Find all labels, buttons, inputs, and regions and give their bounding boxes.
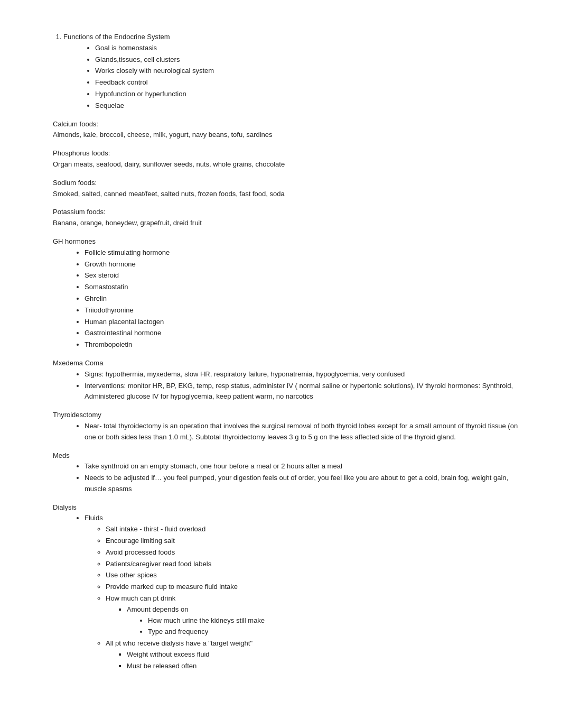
- list-item: Growth hormone: [85, 259, 519, 270]
- dialysis-section: Dialysis Fluids Salt intake - thirst - f…: [53, 502, 519, 672]
- gh-label: GH hormones: [53, 236, 519, 247]
- meds-section: Meds Take synthroid on an empty stomach,…: [53, 450, 519, 495]
- mxedema-label: Mxedema Coma: [53, 358, 519, 369]
- dialysis-label: Dialysis: [53, 502, 519, 513]
- sodium-label: Sodium foods:: [53, 178, 519, 189]
- section1-title: Functions of the Endocrine System: [63, 33, 170, 41]
- amount-sub-1: How much urine the kidneys still make: [148, 615, 519, 626]
- list-item: Feedback control: [95, 77, 519, 88]
- meds-bullets: Take synthroid on an empty stomach, one …: [85, 461, 519, 494]
- fluids-item-5: Use other spices: [106, 570, 519, 581]
- list-item: Triiodothyronine: [85, 305, 519, 316]
- fluids-sub-bullets: Salt intake - thirst - fluid overload En…: [106, 524, 519, 671]
- phosphorus-label: Phosphorus foods:: [53, 148, 519, 159]
- phosphorus-section: Phosphorus foods: Organ meats, seafood, …: [53, 148, 519, 170]
- meds-item-2: Needs to be adjusted if… you feel pumped…: [85, 473, 519, 495]
- section1-bullets: Goal is homeostasis Glands,tissues, cell…: [95, 43, 519, 112]
- list-item: Glands,tissues, cell clusters: [95, 54, 519, 66]
- mxedema-section: Mxedema Coma Signs: hypothermia, myxedem…: [53, 358, 519, 402]
- thyroidesctomy-item: Near- total thyroidectomy is an operatio…: [85, 421, 519, 443]
- fluids-item-6: Provide marked cup to measure fluid inta…: [106, 582, 519, 593]
- fluids-item-2: Encourage limiting salt: [106, 536, 519, 547]
- gh-bullets: Follicle stimulating hormone Growth horm…: [85, 247, 519, 351]
- target-weight-item: All pt who receive dialysis have a "targ…: [106, 638, 519, 671]
- target-weight-sub-1: Weight without excess fluid: [127, 649, 519, 660]
- target-weight-bullets: Weight without excess fluid Must be rele…: [127, 649, 519, 672]
- mxedema-signs: Signs: hypothermia, myxedema, slow HR, r…: [85, 369, 519, 380]
- potassium-content: Banana, orange, honeydew, grapefruit, dr…: [53, 218, 519, 229]
- list-item: Somastostatin: [85, 282, 519, 293]
- dialysis-bullets: Fluids Salt intake - thirst - fluid over…: [85, 513, 519, 671]
- potassium-section: Potassium foods: Banana, orange, honeyde…: [53, 207, 519, 229]
- list-item: Follicle stimulating hormone: [85, 247, 519, 259]
- meds-item-1: Take synthroid on an empty stomach, one …: [85, 461, 519, 472]
- amount-item: Amount depends on How much urine the kid…: [127, 604, 519, 638]
- calcium-section: Calcium foods: Almonds, kale, broccoli, …: [53, 119, 519, 141]
- list-item: Human placental lactogen: [85, 317, 519, 328]
- thyroidesctomy-bullets: Near- total thyroidectomy is an operatio…: [85, 421, 519, 443]
- fluids-item-3: Avoid processed foods: [106, 547, 519, 558]
- mxedema-interventions: Interventions: monitor HR, BP, EKG, temp…: [85, 381, 519, 403]
- calcium-label: Calcium foods:: [53, 119, 519, 130]
- list-item: Thrombopoietin: [85, 339, 519, 351]
- fluids-item-1: Salt intake - thirst - fluid overload: [106, 524, 519, 535]
- amount-sub-bullets: How much urine the kidneys still make Ty…: [148, 615, 519, 638]
- fluids-item-4: Patients/caregiver read food labels: [106, 559, 519, 570]
- dialysis-fluids: Fluids Salt intake - thirst - fluid over…: [85, 513, 519, 671]
- sodium-section: Sodium foods: Smoked, salted, canned mea…: [53, 178, 519, 200]
- list-item: Works closely with neurological system: [95, 66, 519, 77]
- list-item: Hypofunction or hyperfunction: [95, 89, 519, 100]
- amount-sub-2: Type and frequency: [148, 626, 519, 638]
- list-item: Ghrelin: [85, 293, 519, 305]
- mxedema-bullets: Signs: hypothermia, myxedema, slow HR, r…: [85, 369, 519, 402]
- target-weight-sub-2: Must be released often: [127, 661, 519, 672]
- list-item: Sex steroid: [85, 270, 519, 281]
- list-item: Gastrointestinal hormone: [85, 328, 519, 339]
- fluids-item-7: How much can pt drink Amount depends on …: [106, 593, 519, 638]
- calcium-content: Almonds, kale, broccoli, cheese, milk, y…: [53, 130, 519, 141]
- thyroidesctomy-section: Thyroidesctomy Near- total thyroidectomy…: [53, 410, 519, 443]
- gh-hormones-section: GH hormones Follicle stimulating hormone…: [53, 236, 519, 351]
- numbered-list: Functions of the Endocrine System Goal i…: [63, 32, 519, 112]
- section-endocrine: Functions of the Endocrine System Goal i…: [53, 32, 519, 112]
- thyroidesctomy-label: Thyroidesctomy: [53, 410, 519, 421]
- phosphorus-content: Organ meats, seafood, dairy, sunflower s…: [53, 159, 519, 170]
- list-item: Goal is homeostasis: [95, 43, 519, 54]
- meds-label: Meds: [53, 450, 519, 462]
- sodium-content: Smoked, salted, canned meat/feet, salted…: [53, 189, 519, 200]
- potassium-label: Potassium foods:: [53, 207, 519, 218]
- amount-bullets: Amount depends on How much urine the kid…: [127, 604, 519, 638]
- list-item: Sequelae: [95, 100, 519, 112]
- list-item-1: Functions of the Endocrine System Goal i…: [63, 32, 519, 112]
